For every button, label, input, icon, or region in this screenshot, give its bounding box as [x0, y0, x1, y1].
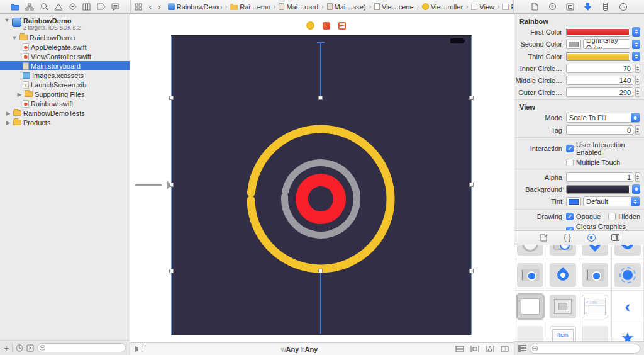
- first-responder-dock-icon[interactable]: [323, 22, 330, 30]
- opaque-checkbox[interactable]: [566, 213, 574, 220]
- rainbow-view[interactable]: [171, 36, 472, 335]
- multiple-touch-checkbox[interactable]: [566, 159, 574, 166]
- hidden-checkbox[interactable]: [608, 213, 616, 220]
- file-template-library-icon[interactable]: [538, 232, 548, 242]
- library-item-custom-gesture[interactable]: [612, 259, 644, 291]
- second-color-stepper[interactable]: [632, 40, 640, 49]
- report-navigator-icon[interactable]: [111, 3, 119, 11]
- storyboard-canvas[interactable]: ⇤ wAny hAny: [130, 14, 514, 355]
- source-control-status-icon[interactable]: [26, 344, 34, 352]
- view-controller-dock-icon[interactable]: [306, 21, 314, 30]
- resize-handle-mid-right[interactable]: [469, 183, 474, 187]
- breadcrumb-view[interactable]: View: [471, 3, 494, 11]
- library-item-screen-edge-gesture[interactable]: [579, 259, 612, 291]
- add-button[interactable]: +: [4, 343, 9, 353]
- sidebar-item-rainbowdemotests[interactable]: ▶ RainbowDemoTests: [0, 108, 130, 118]
- third-color-well[interactable]: [566, 52, 630, 61]
- test-navigator-icon[interactable]: [69, 3, 77, 11]
- breadcrumb-storyboard-base[interactable]: Mai…ase): [327, 3, 366, 11]
- library-item-navigation-bar[interactable]: ‹Title: [579, 291, 612, 322]
- library-item-container-view[interactable]: [547, 291, 580, 322]
- breakpoint-navigator-icon[interactable]: [97, 3, 106, 10]
- library-item-view[interactable]: [514, 291, 547, 322]
- tag-field[interactable]: 0: [566, 125, 633, 135]
- sidebar-item-project-root[interactable]: ▼ RainbowDemo 2 targets, iOS SDK 8.2: [0, 16, 130, 33]
- mode-popup[interactable]: Scale To Fill: [566, 113, 640, 123]
- user-interaction-checkbox[interactable]: [566, 145, 574, 152]
- document-outline-toggle[interactable]: [135, 346, 143, 352]
- second-color-swatch[interactable]: [566, 40, 581, 49]
- middle-circle-field[interactable]: 140: [566, 76, 633, 85]
- sidebar-item-images-xcassets[interactable]: Images.xcassets: [0, 70, 130, 80]
- disclosure-triangle-icon[interactable]: ▶: [5, 110, 11, 116]
- breadcrumb-storyboard[interactable]: Mai…oard: [279, 3, 318, 11]
- view-controller-view[interactable]: [171, 35, 472, 335]
- resize-handle-bottom-center[interactable]: [318, 269, 323, 273]
- exit-segue-dock-icon[interactable]: ⇤: [338, 22, 346, 30]
- recent-files-icon[interactable]: [16, 344, 23, 352]
- tag-stepper[interactable]: [635, 125, 640, 135]
- outer-circle-stepper[interactable]: [635, 87, 640, 97]
- library-item-navigation-item[interactable]: ‹: [612, 291, 644, 322]
- second-color-popup[interactable]: Light Gray Color: [583, 39, 630, 49]
- project-navigator-icon[interactable]: [11, 3, 19, 11]
- align-button[interactable]: [470, 346, 479, 352]
- sidebar-item-viewcontroller[interactable]: ViewController.swift: [0, 52, 130, 61]
- related-items-icon[interactable]: [135, 3, 142, 11]
- library-view-toggle-icon[interactable]: [518, 345, 526, 352]
- sidebar-item-rainbowdemo-group[interactable]: ▼ RainbowDemo: [0, 33, 130, 42]
- disclosure-triangle-icon[interactable]: ▼: [4, 17, 10, 23]
- quick-help-icon[interactable]: ?: [547, 2, 558, 12]
- inner-circle-field[interactable]: 70: [566, 64, 633, 73]
- initial-view-controller-arrow[interactable]: [135, 184, 171, 186]
- navigator-filter-field[interactable]: [37, 343, 126, 352]
- size-inspector-icon[interactable]: [600, 2, 611, 12]
- library-item-toolbar[interactable]: Item: [547, 322, 580, 341]
- library-item-swipe-gesture[interactable]: [612, 245, 644, 259]
- sidebar-item-launchscreen[interactable]: x LaunchScreen.xib: [0, 80, 130, 89]
- outer-circle-field[interactable]: 290: [566, 87, 633, 97]
- disclosure-triangle-icon[interactable]: ▶: [5, 120, 11, 126]
- library-item-edge-pan-gesture[interactable]: [514, 259, 547, 291]
- search-navigator-icon[interactable]: [40, 3, 48, 11]
- pin-button[interactable]: [486, 346, 494, 352]
- library-search-field[interactable]: [530, 344, 640, 354]
- sidebar-item-supporting-files[interactable]: ▶ Supporting Files: [0, 89, 130, 99]
- background-color-well[interactable]: [566, 185, 630, 194]
- size-class-control[interactable]: wAny hAny: [143, 346, 455, 353]
- disclosure-triangle-icon[interactable]: ▼: [11, 35, 18, 41]
- library-item-tap-gesture[interactable]: [547, 245, 580, 259]
- media-library-icon[interactable]: [610, 232, 620, 242]
- breadcrumb-scene[interactable]: Vie…cene: [374, 3, 414, 11]
- resize-handle-bottom-right[interactable]: [469, 269, 474, 273]
- breadcrumb-folder[interactable]: Rai…emo: [230, 3, 270, 11]
- library-item-blank[interactable]: [579, 322, 612, 341]
- sidebar-item-products[interactable]: ▶ Products: [0, 118, 130, 127]
- disclosure-triangle-icon[interactable]: ▶: [16, 91, 23, 98]
- resolve-auto-layout-button[interactable]: [501, 346, 509, 352]
- breadcrumb-project[interactable]: RainbowDemo: [168, 3, 222, 11]
- library-item-pan-gesture[interactable]: [579, 245, 612, 259]
- library-item-bar-button[interactable]: ★: [612, 322, 644, 341]
- sidebar-item-main-storyboard[interactable]: Main.storyboard: [0, 61, 130, 70]
- resize-handle-mid-left[interactable]: [169, 183, 174, 187]
- third-color-stepper[interactable]: [632, 52, 640, 61]
- back-button[interactable]: ‹: [147, 3, 153, 11]
- middle-circle-stepper[interactable]: [635, 76, 640, 85]
- tint-popup[interactable]: Default: [583, 196, 640, 206]
- constraint-line-top[interactable]: [320, 43, 321, 97]
- breadcrumb-rainbow[interactable]: Rainbow: [502, 3, 514, 11]
- breadcrumb-view-controller[interactable]: Vie…roller: [422, 3, 463, 11]
- library-item-long-press-gesture[interactable]: [547, 259, 580, 291]
- resize-handle-top-right[interactable]: [469, 96, 474, 100]
- code-snippet-library-icon[interactable]: { }: [562, 232, 572, 242]
- resize-handle-top-left[interactable]: [169, 96, 174, 100]
- debug-navigator-icon[interactable]: [82, 3, 91, 11]
- sidebar-item-rainbow-swift[interactable]: Rainbow.swift: [0, 99, 130, 108]
- forward-button[interactable]: ›: [156, 3, 162, 11]
- library-item-gauge[interactable]: [514, 245, 547, 259]
- resize-handle-top-center[interactable]: [318, 96, 323, 100]
- first-color-well[interactable]: [566, 28, 630, 37]
- stack-button[interactable]: [455, 346, 464, 352]
- inner-circle-stepper[interactable]: [635, 64, 640, 73]
